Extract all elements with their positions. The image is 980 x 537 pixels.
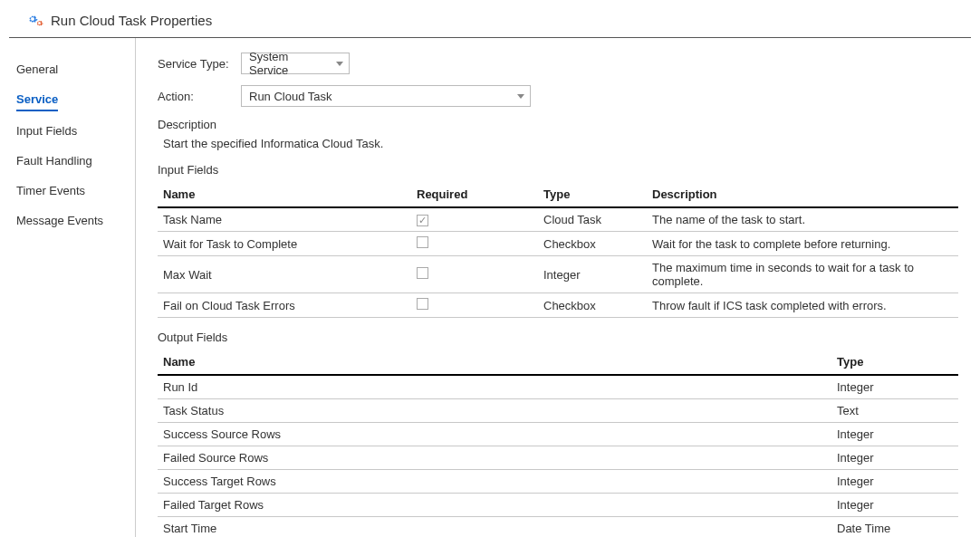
input-field-description: Wait for the task to complete before ret… bbox=[647, 232, 958, 256]
checkbox-icon bbox=[417, 267, 428, 279]
input-fields-title: Input Fields bbox=[158, 163, 958, 177]
col-header-description: Description bbox=[647, 182, 958, 207]
table-row: Wait for Task to CompleteCheckboxWait fo… bbox=[158, 232, 958, 256]
output-field-name: Failed Source Rows bbox=[158, 446, 831, 470]
output-field-type: Text bbox=[831, 399, 958, 423]
service-type-select[interactable]: System Service bbox=[241, 53, 350, 74]
input-field-name: Fail on Cloud Task Errors bbox=[158, 293, 411, 318]
col-header-type: Type bbox=[538, 182, 647, 207]
output-field-name: Start Time bbox=[158, 517, 831, 538]
sidebar-item-service[interactable]: Service bbox=[16, 84, 58, 111]
input-fields-table: Name Required Type Description Task Name… bbox=[158, 182, 958, 318]
input-field-required bbox=[411, 293, 538, 318]
input-field-type: Checkbox bbox=[538, 293, 647, 318]
output-field-name: Run Id bbox=[158, 375, 831, 399]
sidebar-item-general[interactable]: General bbox=[16, 54, 126, 84]
input-field-name: Max Wait bbox=[158, 256, 411, 293]
output-field-name: Failed Target Rows bbox=[158, 494, 831, 517]
output-fields-table: Name Type Run IdIntegerTask StatusTextSu… bbox=[158, 350, 958, 537]
checkbox-icon bbox=[417, 298, 428, 310]
output-field-name: Task Status bbox=[158, 399, 831, 423]
gears-icon bbox=[27, 14, 43, 28]
checkbox-icon: ✓ bbox=[417, 215, 428, 226]
service-panel: Service Type: System Service Action: Run… bbox=[136, 38, 971, 537]
input-field-name: Task Name bbox=[158, 207, 411, 232]
table-row: Run IdInteger bbox=[158, 375, 958, 399]
action-value: Run Cloud Task bbox=[249, 90, 332, 103]
table-row: Max WaitIntegerThe maximum time in secon… bbox=[158, 256, 958, 293]
output-fields-title: Output Fields bbox=[158, 331, 958, 344]
table-row: Start TimeDate Time bbox=[158, 517, 958, 538]
dialog-title: Run Cloud Task Properties bbox=[51, 13, 212, 28]
output-field-type: Date Time bbox=[831, 517, 958, 538]
input-field-type: Integer bbox=[538, 256, 647, 293]
input-field-required: ✓ bbox=[411, 207, 538, 232]
table-row: Success Source RowsInteger bbox=[158, 423, 958, 446]
input-field-type: Cloud Task bbox=[538, 207, 647, 232]
output-field-type: Integer bbox=[831, 423, 958, 446]
table-row: Failed Target RowsInteger bbox=[158, 494, 958, 517]
sidebar-item-message-events[interactable]: Message Events bbox=[16, 206, 126, 235]
col-header-type: Type bbox=[831, 350, 958, 375]
table-row: Task StatusText bbox=[158, 399, 958, 423]
input-field-type: Checkbox bbox=[538, 232, 647, 256]
output-field-type: Integer bbox=[831, 446, 958, 470]
col-header-required: Required bbox=[411, 182, 538, 207]
action-label: Action: bbox=[158, 90, 241, 103]
output-field-type: Integer bbox=[831, 375, 958, 399]
table-row: Failed Source RowsInteger bbox=[158, 446, 958, 470]
action-select[interactable]: Run Cloud Task bbox=[241, 85, 531, 107]
output-field-type: Integer bbox=[831, 470, 958, 494]
description-text: Start the specified Informatica Cloud Ta… bbox=[163, 137, 958, 150]
output-field-name: Success Target Rows bbox=[158, 470, 831, 494]
chevron-down-icon bbox=[517, 94, 524, 99]
input-field-name: Wait for Task to Complete bbox=[158, 232, 411, 256]
col-header-name: Name bbox=[158, 350, 831, 375]
table-row: Fail on Cloud Task ErrorsCheckboxThrow f… bbox=[158, 293, 958, 318]
output-field-type: Integer bbox=[831, 494, 958, 517]
dialog-header: Run Cloud Task Properties bbox=[9, 0, 971, 38]
input-field-description: Throw fault if ICS task completed with e… bbox=[647, 293, 958, 318]
input-field-description: The name of the task to start. bbox=[647, 207, 958, 232]
sidebar-item-input-fields[interactable]: Input Fields bbox=[16, 116, 126, 146]
chevron-down-icon bbox=[336, 62, 343, 66]
input-field-required bbox=[411, 232, 538, 256]
col-header-name: Name bbox=[158, 182, 411, 207]
input-field-description: The maximum time in seconds to wait for … bbox=[647, 256, 958, 293]
description-label: Description bbox=[158, 118, 958, 131]
service-type-label: Service Type: bbox=[158, 57, 241, 71]
table-row: Success Target RowsInteger bbox=[158, 470, 958, 494]
table-row: Task Name✓Cloud TaskThe name of the task… bbox=[158, 207, 958, 232]
service-type-value: System Service bbox=[249, 50, 331, 77]
checkbox-icon bbox=[417, 236, 428, 248]
output-field-name: Success Source Rows bbox=[158, 423, 831, 446]
sidebar-item-timer-events[interactable]: Timer Events bbox=[16, 176, 126, 206]
sidebar-item-fault-handling[interactable]: Fault Handling bbox=[16, 146, 126, 176]
properties-sidebar: General Service Input Fields Fault Handl… bbox=[9, 38, 136, 537]
input-field-required bbox=[411, 256, 538, 293]
